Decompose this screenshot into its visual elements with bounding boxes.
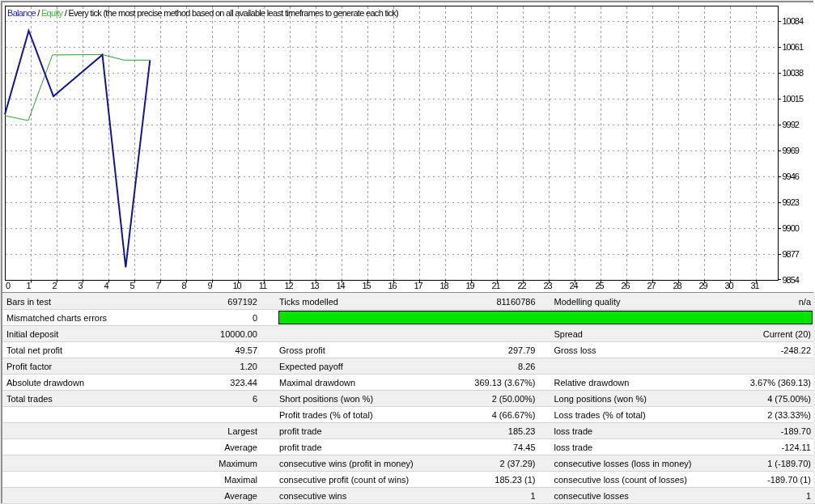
svg-text:9: 9 bbox=[207, 281, 212, 290]
svg-text:29: 29 bbox=[698, 281, 707, 290]
svg-text:9854: 9854 bbox=[783, 275, 800, 285]
svg-text:10084: 10084 bbox=[783, 16, 804, 26]
svg-text:18: 18 bbox=[439, 281, 448, 290]
svg-text:12: 12 bbox=[284, 281, 293, 290]
svg-text:22: 22 bbox=[517, 281, 526, 290]
svg-text:8: 8 bbox=[181, 281, 186, 290]
svg-text:13: 13 bbox=[310, 281, 319, 290]
svg-text:4: 4 bbox=[104, 281, 108, 290]
svg-text:9923: 9923 bbox=[783, 197, 800, 207]
svg-text:7: 7 bbox=[155, 281, 160, 290]
svg-text:26: 26 bbox=[621, 281, 630, 290]
svg-text:Balance / Equity / Every tick: Balance / Equity / Every tick (the most … bbox=[7, 8, 398, 18]
svg-text:3: 3 bbox=[78, 281, 83, 290]
svg-text:23: 23 bbox=[543, 281, 552, 290]
svg-text:5: 5 bbox=[129, 281, 134, 290]
svg-text:9969: 9969 bbox=[783, 146, 800, 155]
svg-text:9877: 9877 bbox=[783, 249, 800, 259]
svg-text:10: 10 bbox=[232, 281, 241, 290]
svg-text:9992: 9992 bbox=[783, 120, 800, 129]
svg-text:27: 27 bbox=[647, 281, 656, 290]
svg-text:0: 0 bbox=[6, 281, 11, 290]
svg-text:28: 28 bbox=[673, 281, 681, 290]
svg-text:14: 14 bbox=[336, 281, 345, 290]
svg-text:10015: 10015 bbox=[783, 94, 804, 104]
svg-text:21: 21 bbox=[491, 281, 500, 290]
svg-text:16: 16 bbox=[388, 281, 397, 290]
svg-text:19: 19 bbox=[465, 281, 474, 290]
svg-text:10038: 10038 bbox=[783, 68, 804, 78]
svg-text:1: 1 bbox=[26, 281, 31, 290]
svg-text:9900: 9900 bbox=[783, 223, 800, 233]
svg-text:24: 24 bbox=[569, 281, 578, 290]
svg-text:9946: 9946 bbox=[783, 172, 800, 181]
svg-text:17: 17 bbox=[414, 281, 422, 290]
svg-text:15: 15 bbox=[362, 281, 371, 290]
svg-text:25: 25 bbox=[595, 281, 604, 290]
svg-text:11: 11 bbox=[259, 281, 267, 290]
svg-text:30: 30 bbox=[724, 281, 733, 290]
svg-text:2: 2 bbox=[52, 281, 57, 290]
svg-text:10061: 10061 bbox=[783, 42, 804, 52]
svg-text:31: 31 bbox=[750, 281, 759, 290]
